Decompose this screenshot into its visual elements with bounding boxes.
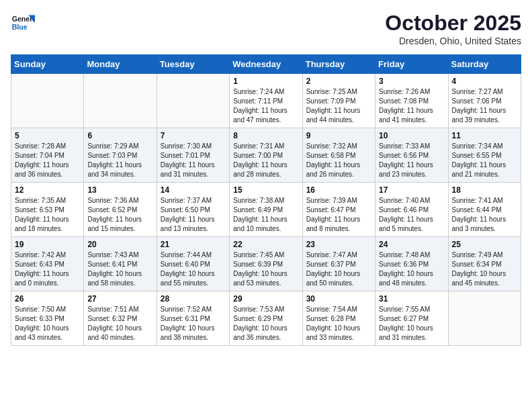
cell-info: Sunrise: 7:26 AM Sunset: 7:08 PM Dayligh… [379, 87, 444, 125]
calendar-week-row: 5Sunrise: 7:28 AM Sunset: 7:04 PM Daylig… [11, 128, 521, 183]
day-number: 6 [87, 131, 152, 140]
table-row: 15Sunrise: 7:38 AM Sunset: 6:49 PM Dayli… [230, 183, 302, 237]
day-number: 15 [233, 185, 298, 195]
table-row [157, 74, 229, 128]
day-number: 25 [452, 240, 517, 249]
svg-text:Blue: Blue [12, 23, 28, 31]
table-row: 3Sunrise: 7:26 AM Sunset: 7:08 PM Daylig… [375, 74, 448, 128]
cell-info: Sunrise: 7:47 AM Sunset: 6:37 PM Dayligh… [306, 250, 371, 288]
table-row: 8Sunrise: 7:31 AM Sunset: 7:00 PM Daylig… [230, 128, 302, 183]
table-row [448, 291, 521, 346]
col-thursday: Thursday [302, 55, 375, 74]
day-number: 13 [87, 185, 152, 195]
cell-info: Sunrise: 7:43 AM Sunset: 6:41 PM Dayligh… [87, 250, 152, 288]
day-number: 30 [306, 294, 371, 304]
day-number: 23 [306, 240, 371, 249]
day-number: 18 [452, 185, 517, 195]
table-row: 7Sunrise: 7:30 AM Sunset: 7:01 PM Daylig… [157, 128, 229, 183]
calendar-week-row: 19Sunrise: 7:42 AM Sunset: 6:43 PM Dayli… [11, 237, 521, 291]
day-number: 17 [379, 185, 444, 195]
cell-info: Sunrise: 7:52 AM Sunset: 6:31 PM Dayligh… [161, 305, 226, 342]
day-number: 10 [379, 131, 444, 140]
day-number: 28 [161, 294, 226, 304]
cell-info: Sunrise: 7:36 AM Sunset: 6:52 PM Dayligh… [87, 196, 152, 234]
day-number: 1 [233, 77, 298, 86]
table-row: 20Sunrise: 7:43 AM Sunset: 6:41 PM Dayli… [84, 237, 157, 291]
table-row: 9Sunrise: 7:32 AM Sunset: 6:58 PM Daylig… [302, 128, 375, 183]
cell-info: Sunrise: 7:34 AM Sunset: 6:55 PM Dayligh… [452, 142, 517, 179]
day-number: 22 [233, 240, 298, 249]
table-row: 24Sunrise: 7:48 AM Sunset: 6:36 PM Dayli… [375, 237, 448, 291]
day-number: 29 [233, 294, 298, 304]
col-tuesday: Tuesday [157, 55, 229, 74]
table-row [84, 74, 157, 128]
table-row: 30Sunrise: 7:54 AM Sunset: 6:28 PM Dayli… [302, 291, 375, 346]
location: Dresden, Ohio, United States [385, 36, 521, 46]
day-number: 9 [306, 131, 371, 140]
day-number: 11 [452, 131, 517, 140]
table-row: 12Sunrise: 7:35 AM Sunset: 6:53 PM Dayli… [11, 183, 84, 237]
cell-info: Sunrise: 7:48 AM Sunset: 6:36 PM Dayligh… [379, 250, 444, 288]
day-number: 4 [452, 77, 517, 86]
table-row: 17Sunrise: 7:40 AM Sunset: 6:46 PM Dayli… [375, 183, 448, 237]
cell-info: Sunrise: 7:45 AM Sunset: 6:39 PM Dayligh… [233, 250, 298, 288]
day-number: 8 [233, 131, 298, 140]
cell-info: Sunrise: 7:42 AM Sunset: 6:43 PM Dayligh… [15, 250, 80, 288]
day-number: 27 [87, 294, 152, 304]
day-number: 21 [161, 240, 226, 249]
logo-icon: General Blue [11, 11, 35, 35]
calendar-week-row: 12Sunrise: 7:35 AM Sunset: 6:53 PM Dayli… [11, 183, 521, 237]
table-row: 19Sunrise: 7:42 AM Sunset: 6:43 PM Dayli… [11, 237, 84, 291]
cell-info: Sunrise: 7:30 AM Sunset: 7:01 PM Dayligh… [161, 142, 226, 179]
table-row: 2Sunrise: 7:25 AM Sunset: 7:09 PM Daylig… [302, 74, 375, 128]
table-row: 14Sunrise: 7:37 AM Sunset: 6:50 PM Dayli… [157, 183, 229, 237]
day-number: 20 [87, 240, 152, 249]
cell-info: Sunrise: 7:41 AM Sunset: 6:44 PM Dayligh… [452, 196, 517, 234]
cell-info: Sunrise: 7:31 AM Sunset: 7:00 PM Dayligh… [233, 142, 298, 179]
cell-info: Sunrise: 7:32 AM Sunset: 6:58 PM Dayligh… [306, 142, 371, 179]
table-row: 27Sunrise: 7:51 AM Sunset: 6:32 PM Dayli… [84, 291, 157, 346]
table-row: 23Sunrise: 7:47 AM Sunset: 6:37 PM Dayli… [302, 237, 375, 291]
col-saturday: Saturday [448, 55, 521, 74]
table-row: 25Sunrise: 7:49 AM Sunset: 6:34 PM Dayli… [448, 237, 521, 291]
cell-info: Sunrise: 7:50 AM Sunset: 6:33 PM Dayligh… [15, 305, 80, 342]
table-row: 22Sunrise: 7:45 AM Sunset: 6:39 PM Dayli… [230, 237, 302, 291]
table-row [11, 74, 84, 128]
cell-info: Sunrise: 7:40 AM Sunset: 6:46 PM Dayligh… [379, 196, 444, 234]
day-number: 26 [15, 294, 80, 304]
col-wednesday: Wednesday [230, 55, 302, 74]
day-number: 24 [379, 240, 444, 249]
col-monday: Monday [84, 55, 157, 74]
table-row: 13Sunrise: 7:36 AM Sunset: 6:52 PM Dayli… [84, 183, 157, 237]
day-number: 12 [15, 185, 80, 195]
table-row: 5Sunrise: 7:28 AM Sunset: 7:04 PM Daylig… [11, 128, 84, 183]
day-number: 19 [15, 240, 80, 249]
day-number: 31 [379, 294, 444, 304]
day-number: 5 [15, 131, 80, 140]
table-row: 26Sunrise: 7:50 AM Sunset: 6:33 PM Dayli… [11, 291, 84, 346]
cell-info: Sunrise: 7:44 AM Sunset: 6:40 PM Dayligh… [161, 250, 226, 288]
cell-info: Sunrise: 7:27 AM Sunset: 7:06 PM Dayligh… [452, 87, 517, 125]
col-sunday: Sunday [11, 55, 84, 74]
table-row: 31Sunrise: 7:55 AM Sunset: 6:27 PM Dayli… [375, 291, 448, 346]
table-row: 29Sunrise: 7:53 AM Sunset: 6:29 PM Dayli… [230, 291, 302, 346]
logo: General Blue [11, 11, 35, 35]
day-number: 7 [161, 131, 226, 140]
calendar-header-row: Sunday Monday Tuesday Wednesday Thursday… [11, 55, 521, 74]
table-row: 11Sunrise: 7:34 AM Sunset: 6:55 PM Dayli… [448, 128, 521, 183]
cell-info: Sunrise: 7:29 AM Sunset: 7:03 PM Dayligh… [87, 142, 152, 179]
page-header: General Blue October 2025 Dresden, Ohio,… [11, 11, 521, 46]
day-number: 16 [306, 185, 371, 195]
table-row: 6Sunrise: 7:29 AM Sunset: 7:03 PM Daylig… [84, 128, 157, 183]
cell-info: Sunrise: 7:51 AM Sunset: 6:32 PM Dayligh… [87, 305, 152, 342]
month-title: October 2025 [385, 11, 521, 36]
calendar-table: Sunday Monday Tuesday Wednesday Thursday… [11, 54, 521, 346]
table-row: 16Sunrise: 7:39 AM Sunset: 6:47 PM Dayli… [302, 183, 375, 237]
day-number: 3 [379, 77, 444, 86]
table-row: 21Sunrise: 7:44 AM Sunset: 6:40 PM Dayli… [157, 237, 229, 291]
cell-info: Sunrise: 7:38 AM Sunset: 6:49 PM Dayligh… [233, 196, 298, 234]
table-row: 28Sunrise: 7:52 AM Sunset: 6:31 PM Dayli… [157, 291, 229, 346]
cell-info: Sunrise: 7:24 AM Sunset: 7:11 PM Dayligh… [233, 87, 298, 125]
cell-info: Sunrise: 7:39 AM Sunset: 6:47 PM Dayligh… [306, 196, 371, 234]
cell-info: Sunrise: 7:54 AM Sunset: 6:28 PM Dayligh… [306, 305, 371, 342]
